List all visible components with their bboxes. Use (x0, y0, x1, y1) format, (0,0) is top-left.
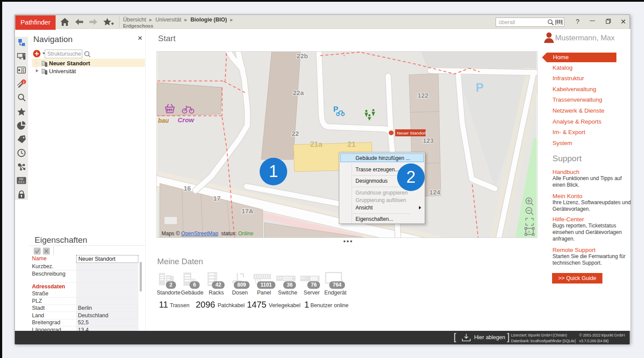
svg-text:0.0.1: 0.0.1 (18, 181, 25, 184)
svg-text:21: 21 (348, 140, 356, 149)
svg-text:Neuer Standort: Neuer Standort (397, 131, 426, 135)
svg-text:bau: bau (158, 117, 169, 124)
svg-text:122: 122 (418, 92, 429, 99)
svg-text:A: A (528, 229, 531, 234)
svg-text:123: 123 (423, 137, 434, 144)
svg-text:16: 16 (183, 184, 191, 192)
svg-text:22: 22 (292, 130, 299, 137)
svg-text:17A: 17A (241, 207, 253, 215)
svg-text:22b: 22b (297, 52, 308, 60)
svg-text:P: P (476, 81, 484, 94)
svg-text:22a: 22a (293, 89, 304, 96)
svg-text:Crow: Crow (178, 116, 195, 124)
svg-text:2: 2 (23, 80, 25, 84)
svg-text:192.: 192. (19, 177, 25, 181)
svg-text:17: 17 (213, 195, 221, 202)
svg-text:21a: 21a (310, 140, 323, 149)
svg-text:124: 124 (429, 188, 441, 196)
